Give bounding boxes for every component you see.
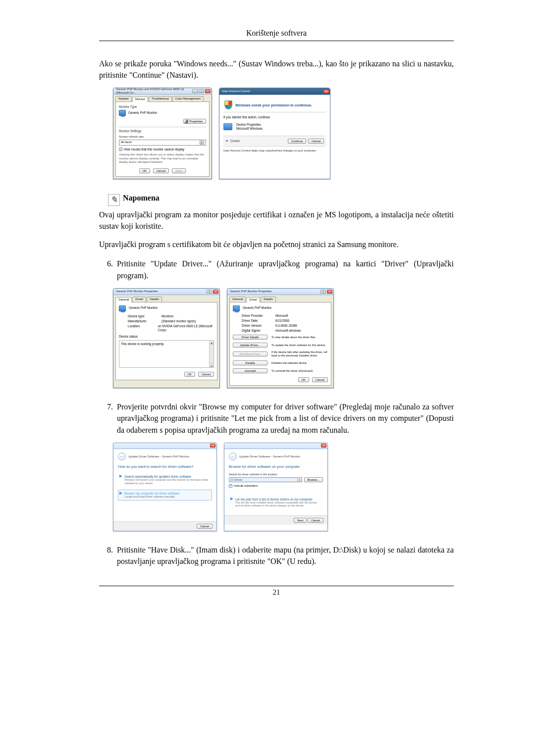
list-text: Pritisnite "Update Driver..." (Ažuriranj… <box>117 259 454 279</box>
scrollbar[interactable]: ▴ ▾ <box>209 341 214 367</box>
location-combobox[interactable]: D:\Driver ▾ <box>229 477 302 482</box>
tab-general[interactable]: General <box>229 297 246 302</box>
list-number: 8. <box>99 544 113 555</box>
monitor-properties-window: Generic PnP Monitor and NVIDIA GeForce 6… <box>113 88 212 179</box>
cancel-button[interactable]: Cancel <box>153 168 169 173</box>
tab-details[interactable]: Details <box>147 297 161 302</box>
step-6: 6. Pritisnite "Update Driver..." (Ažurir… <box>99 258 454 281</box>
cancel-button[interactable]: Cancel <box>312 377 328 382</box>
label: Device type: <box>128 314 159 318</box>
value: Microsoft <box>275 314 288 318</box>
close-icon[interactable]: × <box>205 89 211 93</box>
label: Monitor Settings <box>119 129 206 133</box>
option-search-auto[interactable]: Search automatically for updated driver … <box>118 473 212 487</box>
list-number: 6. <box>99 258 113 269</box>
scroll-down-icon[interactable]: ▾ <box>210 363 214 367</box>
option-browse-computer[interactable]: Browse my computer for driver software L… <box>118 490 212 501</box>
include-subfolders-checkbox[interactable] <box>229 484 232 488</box>
dropdown-value: 60 Hertz <box>121 141 132 145</box>
label: Location: <box>128 324 155 332</box>
device-status-text: This device is working properly. <box>121 342 164 346</box>
note-label: Napomena <box>123 194 160 202</box>
update-driver-button[interactable]: Update Driver... <box>233 343 268 348</box>
hide-modes-checkbox[interactable] <box>119 148 122 151</box>
step-8: 8. Pritisnite "Have Disk..." (Imam disk)… <box>99 544 454 567</box>
tab-monitor[interactable]: Monitor <box>132 97 148 102</box>
tab-details[interactable]: Details <box>261 297 275 302</box>
label: Driver Provider: <box>242 314 272 318</box>
program-icon <box>223 123 232 130</box>
option-pick-from-list[interactable]: Let me pick from a list of device driver… <box>229 496 323 510</box>
figures-row-3: × ← Update Driver Software - Generic PnP… <box>113 443 454 531</box>
button-description: Disables the selected device. <box>271 361 328 365</box>
figures-row-1: Generic PnP Monitor and NVIDIA GeForce 6… <box>113 88 454 179</box>
next-button[interactable]: Next <box>294 518 307 523</box>
shield-icon <box>224 101 232 109</box>
details-label: Details <box>230 139 240 143</box>
cancel-button[interactable]: Cancel <box>308 139 324 144</box>
chevron-down-icon: ▾ <box>200 141 204 145</box>
help-icon[interactable]: ? <box>207 290 212 294</box>
minimize-icon[interactable]: – <box>192 89 198 93</box>
browse-button[interactable]: Browse... <box>304 477 323 482</box>
option-sub: Locate and install driver software manua… <box>124 495 210 499</box>
label: Device status <box>119 335 214 339</box>
rollback-driver-button[interactable]: Roll Back Driver <box>233 352 268 356</box>
details-expander[interactable]: Details <box>225 139 240 143</box>
label: Monitor Type <box>119 105 206 109</box>
label: Manufacturer: <box>128 319 159 323</box>
page-number: 21 <box>99 586 454 597</box>
driver-details-button[interactable]: Driver Details <box>233 335 268 340</box>
list-text: Pritisnite "Have Disk..." (Imam disk) i … <box>117 546 454 565</box>
ok-button[interactable]: OK <box>184 372 195 377</box>
option-sub: This list will show installed driver sof… <box>235 501 321 508</box>
cancel-button[interactable]: Cancel <box>197 524 213 529</box>
device-properties-driver-window: Generic PnP Monitor Properties ? × Gener… <box>227 288 334 388</box>
close-icon[interactable]: × <box>327 290 332 294</box>
uac-footer-text: User Account Control helps stop unauthor… <box>223 149 326 153</box>
ok-button[interactable]: OK <box>139 168 150 173</box>
chevron-down-icon <box>225 140 228 142</box>
close-icon[interactable]: × <box>321 444 326 448</box>
monitor-name: Generic PnP Monitor <box>243 306 271 310</box>
help-icon[interactable]: ? <box>321 290 326 294</box>
ok-button[interactable]: OK <box>298 377 309 382</box>
paragraph: Ovaj upravljački program za monitor posj… <box>99 209 454 232</box>
scroll-up-icon[interactable]: ▴ <box>210 341 214 345</box>
tab-troubleshoot[interactable]: Troubleshoot <box>149 96 172 101</box>
value: (Standard monitor types) <box>161 319 196 323</box>
properties-button[interactable]: Properties <box>183 119 206 124</box>
paragraph: Ako se prikaže poruka "Windows needs..."… <box>99 58 454 81</box>
refresh-rate-dropdown[interactable]: 60 Hertz ▾ <box>119 140 206 146</box>
back-button[interactable]: ← <box>229 453 237 460</box>
disable-button[interactable]: Disable <box>233 360 268 365</box>
uninstall-button[interactable]: Uninstall <box>233 368 268 373</box>
close-icon[interactable]: × <box>213 290 218 294</box>
list-number: 7. <box>99 401 113 412</box>
continue-button[interactable]: Continue <box>288 139 306 144</box>
tab-general[interactable]: General <box>115 297 132 302</box>
tab-color-mgmt[interactable]: Color Management <box>172 96 204 101</box>
wizard-title: Browse for driver software on your compu… <box>229 464 323 469</box>
monitor-name: Generic PnP Monitor <box>128 111 157 115</box>
value: 6.0.6000.16386 <box>275 324 297 328</box>
device-status-box: This device is working properly. ▴ ▾ <box>119 340 214 368</box>
maximize-icon[interactable]: □ <box>199 89 204 93</box>
step-7: 7. Provjerite potvrdni okvir "Browse my … <box>99 401 454 436</box>
tab-driver[interactable]: Driver <box>132 297 146 302</box>
wizard-title: How do you want to search for driver sof… <box>118 464 212 469</box>
monitor-icon <box>233 305 240 311</box>
close-icon[interactable]: × <box>210 444 215 448</box>
tab-driver[interactable]: Driver <box>246 297 260 302</box>
update-driver-wizard-search: × ← Update Driver Software - Generic PnP… <box>113 443 217 531</box>
monitor-icon <box>119 305 126 311</box>
tab-strip: Adapter Monitor Troubleshoot Color Manag… <box>113 95 212 101</box>
close-icon[interactable]: × <box>323 90 329 94</box>
option-sub: Windows will search your computer and th… <box>124 478 210 485</box>
apply-button[interactable]: Apply <box>172 168 186 173</box>
value: on NVIDIA GeForce 6600 LE (Microsoft Cor… <box>158 324 214 332</box>
cancel-button[interactable]: Cancel <box>198 372 214 377</box>
back-button[interactable]: ← <box>118 453 126 460</box>
cancel-button[interactable]: Cancel <box>308 518 323 523</box>
tab-adapter[interactable]: Adapter <box>115 96 132 101</box>
